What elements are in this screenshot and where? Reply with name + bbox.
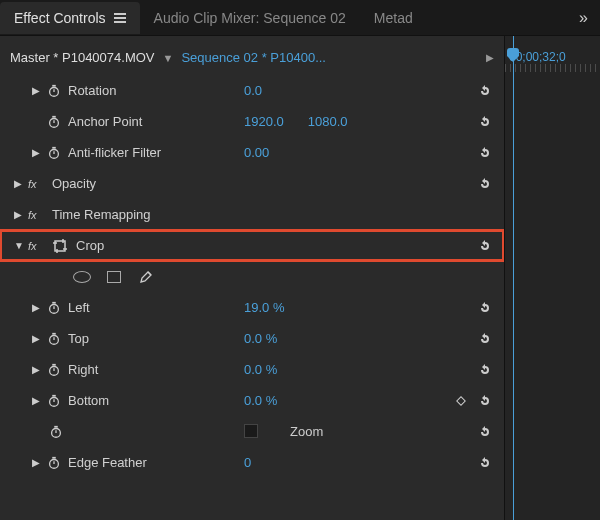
twirl-icon[interactable]: ▶ — [32, 364, 46, 375]
property-label: Edge Feather — [68, 455, 147, 470]
twirl-icon[interactable]: ▶ — [32, 147, 46, 158]
dropdown-icon[interactable]: ▼ — [163, 52, 174, 64]
twirl-icon[interactable]: ▶ — [14, 209, 28, 220]
reset-icon[interactable] — [476, 454, 494, 472]
fx-badge-icon[interactable]: fx — [28, 239, 46, 253]
playhead-icon[interactable] — [513, 36, 514, 520]
svg-rect-1 — [52, 84, 56, 86]
property-anchor-point: ▶ Anchor Point 1920.0 1080.0 — [0, 106, 504, 137]
twirl-icon[interactable]: ▶ — [32, 395, 46, 406]
anchor-x-value[interactable]: 1920.0 — [244, 114, 284, 129]
clip-header: Master * P1040074.MOV ▼ Sequence 02 * P1… — [0, 36, 504, 75]
play-icon[interactable]: ▶ — [486, 52, 494, 63]
fx-badge-icon[interactable]: fx — [28, 208, 46, 222]
stopwatch-icon[interactable] — [46, 145, 62, 161]
property-label: Top — [68, 331, 89, 346]
crop-left-value[interactable]: 19.0 % — [244, 300, 284, 315]
svg-rect-27 — [52, 456, 56, 458]
panel-tab-bar: Effect Controls Audio Clip Mixer: Sequen… — [0, 0, 600, 36]
rotation-value[interactable]: 0.0 — [244, 83, 262, 98]
master-clip-name[interactable]: Master * P1040074.MOV — [10, 50, 155, 65]
timeline-ruler[interactable] — [505, 64, 600, 72]
property-label: Anti-flicker Filter — [68, 145, 161, 160]
stopwatch-icon[interactable] — [46, 331, 62, 347]
stopwatch-icon[interactable] — [46, 114, 62, 130]
crop-bottom-value[interactable]: 0.0 % — [244, 393, 277, 408]
property-anti-flicker: ▶ Anti-flicker Filter 0.00 — [0, 137, 504, 168]
property-crop-top: ▶ Top 0.0 % — [0, 323, 504, 354]
crop-effect-icon — [52, 238, 68, 254]
effect-property-list: ▶ Rotation 0.0 ▶ Anchor Point 1920.0 108… — [0, 75, 504, 520]
fx-badge-icon[interactable]: fx — [28, 177, 46, 191]
reset-icon[interactable] — [476, 175, 494, 193]
effect-opacity[interactable]: ▶ fx Opacity — [0, 168, 504, 199]
property-label: Rotation — [68, 83, 116, 98]
twirl-icon[interactable]: ▶ — [32, 302, 46, 313]
effect-label: Opacity — [52, 176, 96, 191]
reset-icon[interactable] — [476, 361, 494, 379]
reset-icon[interactable] — [476, 392, 494, 410]
effect-label: Time Remapping — [52, 207, 151, 222]
property-rotation: ▶ Rotation 0.0 — [0, 75, 504, 106]
property-crop-left: ▶ Left 19.0 % — [0, 292, 504, 323]
timeline-column[interactable]: 00;00;32;0 — [504, 36, 600, 520]
svg-rect-20 — [52, 394, 56, 396]
property-label: Zoom — [290, 424, 323, 439]
svg-rect-11 — [52, 301, 56, 303]
zoom-checkbox[interactable] — [244, 424, 258, 438]
tabs-overflow-icon[interactable]: » — [567, 1, 600, 35]
crop-top-value[interactable]: 0.0 % — [244, 331, 277, 346]
tab-label: Audio Clip Mixer: Sequence 02 — [154, 10, 346, 26]
stopwatch-icon[interactable] — [46, 393, 62, 409]
effect-crop[interactable]: ▼ fx Crop — [0, 230, 504, 261]
panel-menu-icon[interactable] — [114, 13, 126, 23]
ellipse-mask-button[interactable] — [72, 269, 92, 285]
antiflicker-value[interactable]: 0.00 — [244, 145, 269, 160]
effect-controls-panel: Master * P1040074.MOV ▼ Sequence 02 * P1… — [0, 36, 600, 520]
stopwatch-icon[interactable] — [46, 455, 62, 471]
sequence-clip-name[interactable]: Sequence 02 * P10400... — [181, 50, 326, 65]
reset-icon[interactable] — [476, 237, 494, 255]
property-crop-bottom: ▶ Bottom 0.0 % — [0, 385, 504, 416]
stopwatch-icon[interactable] — [48, 424, 64, 440]
timecode-display: 00;00;32;0 — [505, 36, 600, 64]
twirl-icon[interactable]: ▶ — [32, 457, 46, 468]
keyframe-nav-icon[interactable] — [456, 396, 466, 406]
reset-icon[interactable] — [476, 299, 494, 317]
svg-rect-17 — [52, 363, 56, 365]
edge-feather-value[interactable]: 0 — [244, 455, 251, 470]
reset-icon[interactable] — [476, 82, 494, 100]
stopwatch-icon[interactable] — [46, 362, 62, 378]
property-crop-right: ▶ Right 0.0 % — [0, 354, 504, 385]
svg-rect-7 — [52, 146, 56, 148]
svg-rect-22 — [457, 396, 465, 404]
property-crop-zoom: Zoom — [0, 416, 504, 447]
tab-effect-controls[interactable]: Effect Controls — [0, 2, 140, 34]
reset-icon[interactable] — [476, 423, 494, 441]
twirl-icon[interactable]: ▶ — [14, 178, 28, 189]
property-label: Anchor Point — [68, 114, 142, 129]
property-edge-feather: ▶ Edge Feather 0 — [0, 447, 504, 478]
reset-icon[interactable] — [476, 330, 494, 348]
rectangle-mask-button[interactable] — [104, 269, 124, 285]
tab-audio-mixer[interactable]: Audio Clip Mixer: Sequence 02 — [140, 2, 360, 34]
effect-label: Crop — [76, 238, 104, 253]
pen-mask-button[interactable] — [136, 269, 156, 285]
crop-right-value[interactable]: 0.0 % — [244, 362, 277, 377]
property-label: Right — [68, 362, 98, 377]
twirl-icon[interactable]: ▼ — [14, 240, 28, 251]
reset-icon[interactable] — [476, 144, 494, 162]
effect-time-remapping[interactable]: ▶ fx Time Remapping — [0, 199, 504, 230]
twirl-icon[interactable]: ▶ — [32, 333, 46, 344]
mask-shape-tools — [0, 261, 504, 292]
tab-label: Effect Controls — [14, 10, 106, 26]
svg-rect-24 — [54, 425, 58, 427]
stopwatch-icon[interactable] — [46, 300, 62, 316]
property-label: Bottom — [68, 393, 109, 408]
tab-metadata[interactable]: Metad — [360, 2, 427, 34]
twirl-icon[interactable]: ▶ — [32, 85, 46, 96]
property-label: Left — [68, 300, 90, 315]
reset-icon[interactable] — [476, 113, 494, 131]
stopwatch-icon[interactable] — [46, 83, 62, 99]
anchor-y-value[interactable]: 1080.0 — [308, 114, 348, 129]
